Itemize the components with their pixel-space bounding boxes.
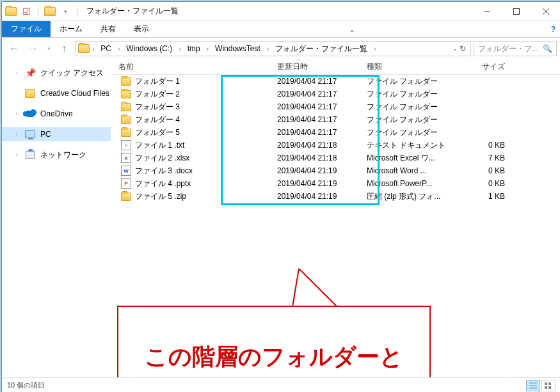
file-name: ファイル 4 .pptx bbox=[135, 178, 191, 189]
file-date: 2019/04/04 21:17 bbox=[277, 77, 367, 86]
status-bar: 10 個の項目 bbox=[2, 377, 560, 392]
ribbon-expand-button[interactable]: ⌄ bbox=[344, 21, 360, 37]
explorer-body: › 📌 クイック アクセス Creative Cloud Files › One… bbox=[2, 59, 560, 377]
chevron-right-icon[interactable]: › bbox=[177, 45, 182, 52]
callout-text: この階層のフォルダーと ファイルの一覧が欲しい bbox=[145, 341, 403, 377]
file-row[interactable]: ファイル 5 .zip2019/04/04 21:19圧縮 (zip 形式) フ… bbox=[111, 190, 560, 203]
crumb-current[interactable]: フォルダー・ファイル一覧 bbox=[271, 43, 371, 54]
separator bbox=[38, 6, 38, 17]
file-name: ファイル 2 .xlsx bbox=[135, 153, 189, 164]
file-name: フォルダー 4 bbox=[135, 114, 180, 125]
file-row[interactable]: ≡ファイル 1 .txt2019/04/04 21:18テキスト ドキュメント0… bbox=[111, 139, 560, 152]
file-row[interactable]: Xファイル 2 .xlsx2019/04/04 21:18Microsoft E… bbox=[111, 152, 560, 164]
file-type: ファイル フォルダー bbox=[367, 76, 454, 87]
chevron-right-icon[interactable]: › bbox=[372, 45, 377, 52]
chevron-right-icon[interactable]: › bbox=[205, 45, 210, 52]
quick-access-toolbar: ☑ ▾ bbox=[2, 6, 83, 17]
minimize-button[interactable] bbox=[472, 2, 502, 20]
chevron-right-icon[interactable]: › bbox=[116, 45, 121, 52]
folder-icon bbox=[5, 6, 17, 17]
file-row[interactable]: フォルダー 22019/04/04 21:17ファイル フォルダー bbox=[111, 88, 560, 100]
file-date: 2019/04/04 21:17 bbox=[277, 102, 367, 111]
ribbon-tabs: ファイル ホーム 共有 表示 ⌄ ? bbox=[2, 21, 560, 38]
forward-button[interactable]: → bbox=[25, 40, 42, 57]
chevron-right-icon[interactable]: › bbox=[266, 45, 270, 52]
recent-dropdown[interactable]: ▾ bbox=[44, 40, 53, 57]
file-type: ファイル フォルダー bbox=[367, 102, 454, 113]
xlsx-icon: X bbox=[121, 153, 131, 163]
folder-icon bbox=[44, 6, 56, 17]
file-type: ファイル フォルダー bbox=[367, 114, 454, 125]
address-bar[interactable]: › PC › Windows (C:) › tmp › WindowsTest … bbox=[75, 41, 471, 56]
checkbox-icon[interactable]: ☑ bbox=[20, 6, 32, 17]
crumb-pc[interactable]: PC bbox=[97, 44, 115, 53]
file-row[interactable]: フォルダー 12019/04/04 21:17ファイル フォルダー bbox=[111, 75, 560, 88]
file-name: ファイル 3 .docx bbox=[135, 166, 193, 176]
column-size[interactable]: サイズ bbox=[454, 61, 511, 72]
qat-dropdown-icon[interactable]: ▾ bbox=[60, 6, 71, 17]
chevron-right-icon[interactable]: › bbox=[91, 45, 95, 52]
nav-quick-access[interactable]: › 📌 クイック アクセス bbox=[2, 66, 111, 80]
column-name[interactable]: 名前 bbox=[111, 61, 277, 72]
crumb-c[interactable]: Windows (C:) bbox=[122, 44, 176, 53]
nav-label: OneDrive bbox=[40, 109, 73, 118]
expand-icon[interactable]: › bbox=[13, 131, 20, 137]
nav-onedrive[interactable]: › OneDrive bbox=[2, 107, 111, 121]
folder-icon bbox=[78, 43, 90, 54]
back-button[interactable]: ← bbox=[6, 40, 22, 57]
close-button[interactable] bbox=[531, 2, 560, 20]
file-date: 2019/04/04 21:17 bbox=[277, 115, 367, 124]
file-row[interactable]: フォルダー 42019/04/04 21:17ファイル フォルダー bbox=[111, 113, 560, 126]
history-dropdown-icon[interactable]: ⌄ bbox=[452, 45, 458, 52]
explorer-window: ☑ ▾ フォルダー・ファイル一覧 ファイル ホーム 共有 表示 ⌄ ? ← → … bbox=[1, 1, 560, 392]
search-input[interactable]: フォルダー・フ... 🔍 bbox=[474, 41, 557, 56]
window-title: フォルダー・ファイル一覧 bbox=[86, 6, 472, 17]
window-controls bbox=[472, 2, 560, 20]
folder-icon bbox=[121, 103, 131, 111]
nav-network[interactable]: › ネットワーク bbox=[2, 148, 111, 162]
file-date: 2019/04/04 21:19 bbox=[277, 192, 367, 201]
up-button[interactable]: ↑ bbox=[56, 40, 72, 57]
folder-icon bbox=[121, 116, 131, 124]
tab-view[interactable]: 表示 bbox=[125, 21, 158, 37]
folder-icon bbox=[121, 90, 131, 98]
nav-label: Creative Cloud Files bbox=[40, 89, 109, 98]
crumb-windowstest[interactable]: WindowsTest bbox=[211, 44, 264, 53]
onedrive-icon bbox=[25, 109, 35, 119]
file-name: ファイル 5 .zip bbox=[135, 191, 186, 202]
help-button[interactable]: ? bbox=[546, 21, 560, 37]
svg-rect-11 bbox=[545, 386, 547, 389]
expand-icon[interactable]: › bbox=[13, 152, 20, 158]
file-type: ファイル フォルダー bbox=[367, 127, 454, 138]
column-date[interactable]: 更新日時 bbox=[277, 61, 367, 72]
file-date: 2019/04/04 21:19 bbox=[277, 166, 367, 175]
file-row[interactable]: Pファイル 4 .pptx2019/04/04 21:19Microsoft P… bbox=[111, 177, 560, 190]
file-type: Microsoft Word ... bbox=[367, 166, 454, 175]
navigation-row: ← → ▾ ↑ › PC › Windows (C:) › tmp › Wind… bbox=[2, 38, 560, 59]
pc-icon bbox=[25, 129, 35, 139]
file-date: 2019/04/04 21:18 bbox=[277, 153, 367, 162]
txt-icon: ≡ bbox=[121, 140, 131, 150]
expand-icon[interactable]: › bbox=[13, 111, 20, 117]
file-row[interactable]: フォルダー 32019/04/04 21:17ファイル フォルダー bbox=[111, 100, 560, 113]
file-name: フォルダー 1 bbox=[135, 76, 180, 87]
svg-rect-9 bbox=[545, 382, 547, 385]
crumb-tmp[interactable]: tmp bbox=[184, 44, 204, 53]
tab-home[interactable]: ホーム bbox=[51, 21, 92, 37]
icons-view-button[interactable] bbox=[541, 380, 556, 391]
file-row[interactable]: Wファイル 3 .docx2019/04/04 21:19Microsoft W… bbox=[111, 164, 560, 177]
expand-icon[interactable]: › bbox=[13, 70, 20, 76]
file-row[interactable]: フォルダー 52019/04/04 21:17ファイル フォルダー bbox=[111, 126, 560, 139]
tab-share[interactable]: 共有 bbox=[92, 21, 125, 37]
nav-label: PC bbox=[40, 130, 51, 139]
maximize-button[interactable] bbox=[502, 2, 531, 20]
tab-file[interactable]: ファイル bbox=[2, 21, 51, 37]
nav-pc[interactable]: › PC bbox=[2, 127, 111, 141]
docx-icon: W bbox=[121, 166, 131, 176]
nav-creative-cloud[interactable]: Creative Cloud Files bbox=[2, 86, 111, 100]
column-type[interactable]: 種類 bbox=[367, 61, 454, 72]
details-view-button[interactable] bbox=[526, 380, 540, 391]
folder-icon bbox=[121, 77, 131, 86]
refresh-button[interactable]: ↻ bbox=[460, 44, 466, 53]
svg-marker-4 bbox=[292, 269, 337, 307]
